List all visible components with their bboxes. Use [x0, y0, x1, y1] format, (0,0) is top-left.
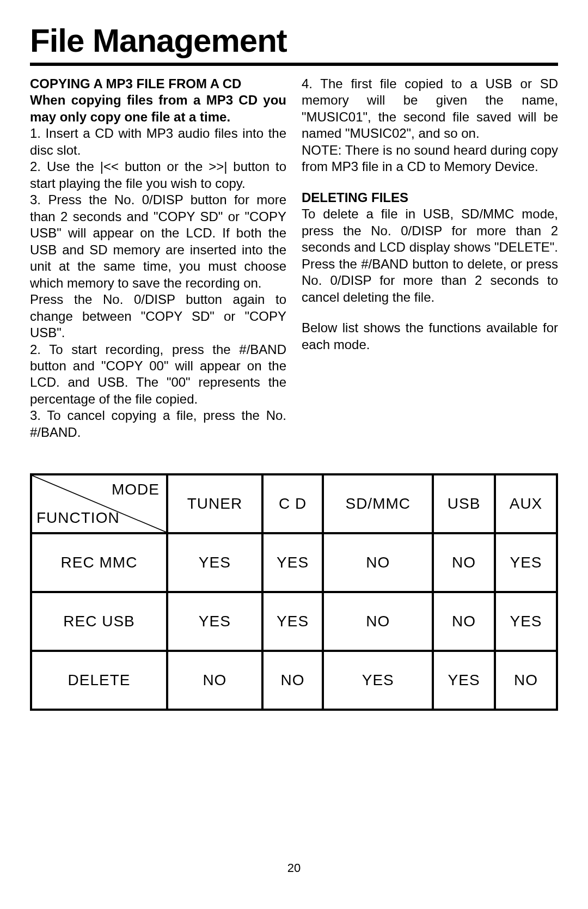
corner-function-label: FUNCTION	[36, 509, 120, 527]
body-text: NOTE: There is no sound heard during cop…	[302, 142, 558, 175]
col-header-tuner: TUNER	[167, 474, 262, 533]
col-header-usb: USB	[433, 474, 495, 533]
corner-mode-label: MODE	[112, 481, 160, 498]
body-text: 3. Press the No. 0/DISP button for more …	[30, 192, 286, 291]
row-label: DELETE	[31, 651, 167, 710]
table-cell: NO	[495, 651, 557, 710]
body-columns: COPYING A MP3 FILE FROM A CD When copyin…	[30, 76, 558, 441]
body-text: Below list shows the functions available…	[302, 320, 558, 353]
col-header-sdmmc: SD/MMC	[323, 474, 433, 533]
table-cell: NO	[433, 592, 495, 651]
table-cell: NO	[262, 651, 323, 710]
table-row: DELETE NO NO YES YES NO	[31, 651, 557, 710]
table-row: REC USB YES YES NO NO YES	[31, 592, 557, 651]
section-heading-copying: COPYING A MP3 FILE FROM A CD	[30, 76, 286, 92]
col-header-cd: C D	[262, 474, 323, 533]
section-subheading-copying: When copying files from a MP3 CD you may…	[30, 92, 286, 125]
body-text: 4. The first file copied to a USB or SD …	[302, 76, 558, 142]
function-mode-table: MODE FUNCTION TUNER C D SD/MMC USB AUX R…	[30, 473, 558, 711]
table-cell: YES	[495, 533, 557, 592]
table-cell: YES	[262, 592, 323, 651]
right-column: 4. The first file copied to a USB or SD …	[302, 76, 558, 441]
body-text: 2. To start recording, press the #/BAND …	[30, 341, 286, 408]
table-cell: NO	[323, 533, 433, 592]
table-cell: YES	[167, 592, 262, 651]
table-cell: NO	[167, 651, 262, 710]
table-corner-cell: MODE FUNCTION	[31, 474, 167, 533]
function-table-wrap: MODE FUNCTION TUNER C D SD/MMC USB AUX R…	[30, 473, 558, 711]
body-text: To delete a file in USB, SD/MMC mode, pr…	[302, 206, 558, 306]
page-title: File Management	[30, 22, 558, 59]
row-label: REC USB	[31, 592, 167, 651]
table-cell: YES	[323, 651, 433, 710]
page-number: 20	[0, 861, 588, 875]
title-rule	[30, 63, 558, 66]
table-cell: YES	[495, 592, 557, 651]
table-cell: NO	[433, 533, 495, 592]
table-cell: YES	[433, 651, 495, 710]
table-header-row: MODE FUNCTION TUNER C D SD/MMC USB AUX	[31, 474, 557, 533]
section-heading-deleting: DELETING FILES	[302, 190, 558, 206]
table-cell: YES	[167, 533, 262, 592]
row-label: REC MMC	[31, 533, 167, 592]
body-text: 1. Insert a CD with MP3 audio files into…	[30, 125, 286, 158]
page: File Management COPYING A MP3 FILE FROM …	[0, 0, 588, 711]
body-text: 2. Use the |<< button or the >>| button …	[30, 158, 286, 192]
table-row: REC MMC YES YES NO NO YES	[31, 533, 557, 592]
table-cell: YES	[262, 533, 323, 592]
body-text: Press the No. 0/DISP button again to cha…	[30, 291, 286, 341]
body-text: 3. To cancel copying a file, press the N…	[30, 407, 286, 441]
table-cell: NO	[323, 592, 433, 651]
col-header-aux: AUX	[495, 474, 557, 533]
left-column: COPYING A MP3 FILE FROM A CD When copyin…	[30, 76, 286, 441]
